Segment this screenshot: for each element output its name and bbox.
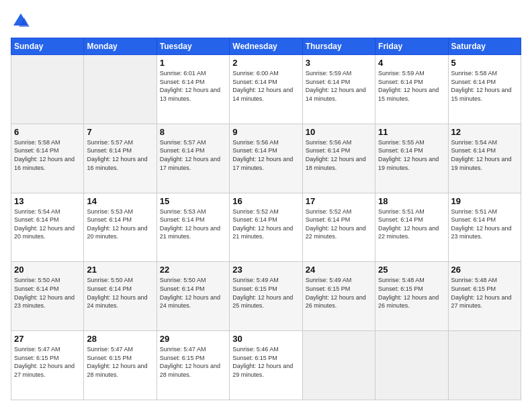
calendar-cell bbox=[84, 55, 157, 124]
calendar-cell bbox=[11, 55, 84, 124]
day-number: 21 bbox=[87, 265, 153, 275]
calendar-cell: 19Sunrise: 5:51 AM Sunset: 6:14 PM Dayli… bbox=[448, 193, 521, 262]
day-number: 26 bbox=[451, 265, 518, 275]
calendar-cell: 14Sunrise: 5:53 AM Sunset: 6:14 PM Dayli… bbox=[84, 193, 157, 262]
day-info: Sunrise: 5:54 AM Sunset: 6:14 PM Dayligh… bbox=[451, 138, 518, 172]
day-info: Sunrise: 5:51 AM Sunset: 6:14 PM Dayligh… bbox=[451, 208, 518, 241]
day-info: Sunrise: 5:56 AM Sunset: 6:14 PM Dayligh… bbox=[306, 138, 372, 172]
calendar-cell: 21Sunrise: 5:50 AM Sunset: 6:14 PM Dayli… bbox=[84, 262, 157, 331]
day-number: 2 bbox=[232, 58, 299, 68]
weekday-header: Wednesday bbox=[230, 38, 302, 55]
day-info: Sunrise: 5:47 AM Sunset: 6:15 PM Dayligh… bbox=[14, 345, 81, 379]
calendar-cell: 10Sunrise: 5:56 AM Sunset: 6:14 PM Dayli… bbox=[302, 124, 375, 193]
calendar-cell: 17Sunrise: 5:52 AM Sunset: 6:14 PM Dayli… bbox=[302, 193, 375, 262]
day-number: 16 bbox=[232, 196, 299, 206]
calendar-cell: 4Sunrise: 5:59 AM Sunset: 6:14 PM Daylig… bbox=[375, 55, 448, 124]
weekday-row: SundayMondayTuesdayWednesdayThursdayFrid… bbox=[11, 38, 521, 55]
calendar-cell: 15Sunrise: 5:53 AM Sunset: 6:14 PM Dayli… bbox=[157, 193, 229, 262]
calendar-cell: 8Sunrise: 5:57 AM Sunset: 6:14 PM Daylig… bbox=[157, 124, 229, 193]
day-number: 9 bbox=[232, 127, 299, 137]
day-info: Sunrise: 5:58 AM Sunset: 6:14 PM Dayligh… bbox=[451, 69, 518, 103]
calendar-cell: 9Sunrise: 5:56 AM Sunset: 6:14 PM Daylig… bbox=[230, 124, 302, 193]
calendar-cell: 12Sunrise: 5:54 AM Sunset: 6:14 PM Dayli… bbox=[448, 124, 521, 193]
day-number: 1 bbox=[160, 58, 226, 68]
day-number: 8 bbox=[160, 127, 226, 137]
page: SundayMondayTuesdayWednesdayThursdayFrid… bbox=[0, 0, 532, 411]
calendar-header: SundayMondayTuesdayWednesdayThursdayFrid… bbox=[11, 38, 521, 55]
day-info: Sunrise: 5:48 AM Sunset: 6:15 PM Dayligh… bbox=[378, 276, 445, 310]
logo-icon bbox=[11, 11, 31, 31]
day-info: Sunrise: 5:46 AM Sunset: 6:15 PM Dayligh… bbox=[232, 345, 299, 379]
calendar-week-row: 20Sunrise: 5:50 AM Sunset: 6:14 PM Dayli… bbox=[11, 262, 521, 331]
day-info: Sunrise: 5:49 AM Sunset: 6:15 PM Dayligh… bbox=[306, 276, 372, 310]
calendar-cell: 2Sunrise: 6:00 AM Sunset: 6:14 PM Daylig… bbox=[230, 55, 302, 124]
weekday-header: Monday bbox=[84, 38, 157, 55]
day-info: Sunrise: 5:48 AM Sunset: 6:15 PM Dayligh… bbox=[451, 276, 518, 310]
day-info: Sunrise: 6:00 AM Sunset: 6:14 PM Dayligh… bbox=[232, 69, 299, 103]
calendar-cell: 11Sunrise: 5:55 AM Sunset: 6:14 PM Dayli… bbox=[375, 124, 448, 193]
day-number: 25 bbox=[378, 265, 445, 275]
calendar-cell: 24Sunrise: 5:49 AM Sunset: 6:15 PM Dayli… bbox=[302, 262, 375, 331]
day-info: Sunrise: 5:49 AM Sunset: 6:15 PM Dayligh… bbox=[232, 276, 299, 310]
calendar-cell: 18Sunrise: 5:51 AM Sunset: 6:14 PM Dayli… bbox=[375, 193, 448, 262]
calendar-cell: 23Sunrise: 5:49 AM Sunset: 6:15 PM Dayli… bbox=[230, 262, 302, 331]
day-number: 6 bbox=[14, 127, 81, 137]
day-number: 17 bbox=[306, 196, 372, 206]
calendar-week-row: 27Sunrise: 5:47 AM Sunset: 6:15 PM Dayli… bbox=[11, 331, 521, 400]
day-number: 14 bbox=[87, 196, 153, 206]
weekday-header: Sunday bbox=[11, 38, 84, 55]
calendar-cell: 13Sunrise: 5:54 AM Sunset: 6:14 PM Dayli… bbox=[11, 193, 84, 262]
day-info: Sunrise: 5:59 AM Sunset: 6:14 PM Dayligh… bbox=[378, 69, 445, 103]
day-info: Sunrise: 5:58 AM Sunset: 6:14 PM Dayligh… bbox=[14, 138, 81, 172]
day-number: 11 bbox=[378, 127, 445, 137]
day-info: Sunrise: 5:57 AM Sunset: 6:14 PM Dayligh… bbox=[87, 138, 153, 172]
calendar-week-row: 6Sunrise: 5:58 AM Sunset: 6:14 PM Daylig… bbox=[11, 124, 521, 193]
calendar-cell: 3Sunrise: 5:59 AM Sunset: 6:14 PM Daylig… bbox=[302, 55, 375, 124]
calendar-cell: 20Sunrise: 5:50 AM Sunset: 6:14 PM Dayli… bbox=[11, 262, 84, 331]
day-info: Sunrise: 5:52 AM Sunset: 6:14 PM Dayligh… bbox=[232, 208, 299, 241]
day-info: Sunrise: 5:56 AM Sunset: 6:14 PM Dayligh… bbox=[232, 138, 299, 172]
day-info: Sunrise: 5:50 AM Sunset: 6:14 PM Dayligh… bbox=[160, 276, 226, 310]
day-number: 30 bbox=[232, 334, 299, 344]
day-number: 28 bbox=[87, 334, 153, 344]
day-info: Sunrise: 5:47 AM Sunset: 6:15 PM Dayligh… bbox=[160, 345, 226, 379]
header bbox=[11, 11, 521, 31]
calendar-cell bbox=[302, 331, 375, 400]
calendar-cell: 29Sunrise: 5:47 AM Sunset: 6:15 PM Dayli… bbox=[157, 331, 229, 400]
day-number: 10 bbox=[306, 127, 372, 137]
day-number: 7 bbox=[87, 127, 153, 137]
day-info: Sunrise: 5:57 AM Sunset: 6:14 PM Dayligh… bbox=[160, 138, 226, 172]
day-number: 20 bbox=[14, 265, 81, 275]
day-info: Sunrise: 5:47 AM Sunset: 6:15 PM Dayligh… bbox=[87, 345, 153, 379]
calendar-cell: 27Sunrise: 5:47 AM Sunset: 6:15 PM Dayli… bbox=[11, 331, 84, 400]
weekday-header: Thursday bbox=[302, 38, 375, 55]
day-number: 27 bbox=[14, 334, 81, 344]
calendar-cell bbox=[375, 331, 448, 400]
calendar-cell: 22Sunrise: 5:50 AM Sunset: 6:14 PM Dayli… bbox=[157, 262, 229, 331]
day-info: Sunrise: 5:59 AM Sunset: 6:14 PM Dayligh… bbox=[306, 69, 372, 103]
day-info: Sunrise: 5:53 AM Sunset: 6:14 PM Dayligh… bbox=[160, 208, 226, 241]
day-info: Sunrise: 5:55 AM Sunset: 6:14 PM Dayligh… bbox=[378, 138, 445, 172]
calendar-cell: 30Sunrise: 5:46 AM Sunset: 6:15 PM Dayli… bbox=[230, 331, 302, 400]
calendar-cell: 28Sunrise: 5:47 AM Sunset: 6:15 PM Dayli… bbox=[84, 331, 157, 400]
calendar-cell bbox=[448, 331, 521, 400]
day-info: Sunrise: 6:01 AM Sunset: 6:14 PM Dayligh… bbox=[160, 69, 226, 103]
day-number: 23 bbox=[232, 265, 299, 275]
day-number: 13 bbox=[14, 196, 81, 206]
day-info: Sunrise: 5:51 AM Sunset: 6:14 PM Dayligh… bbox=[378, 208, 445, 241]
day-info: Sunrise: 5:53 AM Sunset: 6:14 PM Dayligh… bbox=[87, 208, 153, 241]
day-number: 15 bbox=[160, 196, 226, 206]
day-number: 18 bbox=[378, 196, 445, 206]
day-number: 12 bbox=[451, 127, 518, 137]
weekday-header: Tuesday bbox=[157, 38, 229, 55]
calendar-week-row: 1Sunrise: 6:01 AM Sunset: 6:14 PM Daylig… bbox=[11, 55, 521, 124]
calendar-cell: 7Sunrise: 5:57 AM Sunset: 6:14 PM Daylig… bbox=[84, 124, 157, 193]
logo bbox=[11, 11, 34, 31]
day-number: 19 bbox=[451, 196, 518, 206]
calendar-week-row: 13Sunrise: 5:54 AM Sunset: 6:14 PM Dayli… bbox=[11, 193, 521, 262]
day-info: Sunrise: 5:50 AM Sunset: 6:14 PM Dayligh… bbox=[87, 276, 153, 310]
calendar-table: SundayMondayTuesdayWednesdayThursdayFrid… bbox=[11, 38, 521, 400]
day-number: 5 bbox=[451, 58, 518, 68]
day-number: 3 bbox=[306, 58, 372, 68]
calendar-cell: 16Sunrise: 5:52 AM Sunset: 6:14 PM Dayli… bbox=[230, 193, 302, 262]
